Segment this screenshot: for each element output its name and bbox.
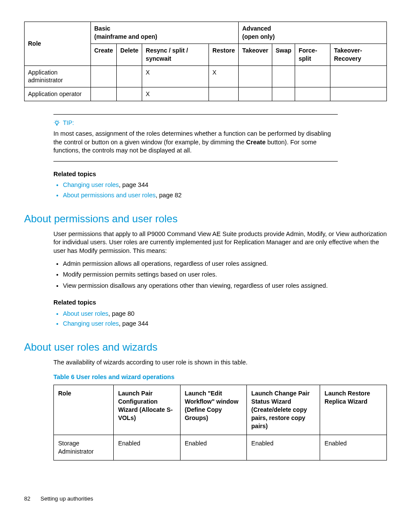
cell: Enabled (247, 435, 320, 460)
roles-wizards-table: Role Launch Pair Configuration Wizard (A… (53, 385, 387, 460)
table-row: Storage Administrator Enabled Enabled En… (54, 435, 387, 460)
col-restore: Restore (209, 44, 239, 65)
cell-role: Storage Administrator (54, 435, 114, 460)
list-item: Modify permission permits settings based… (63, 271, 387, 279)
cell (209, 87, 239, 101)
col-basic: Basic (mainframe and open) (90, 22, 239, 44)
section-heading-wizards: About user roles and wizards (24, 340, 387, 354)
tip-label-text: TIP: (63, 119, 74, 127)
related-topics-list: Changing user roles, page 344 About perm… (53, 181, 387, 199)
cell (330, 87, 387, 101)
svg-line-5 (58, 121, 59, 121)
cell: Enabled (114, 435, 181, 460)
col-takeover: Takeover (239, 44, 272, 65)
related-topics-heading: Related topics (53, 299, 387, 307)
svg-point-0 (56, 121, 59, 124)
list-item: About permissions and user roles, page 8… (63, 191, 387, 200)
cell (272, 87, 295, 101)
col-launch-restore: Launch Restore Replica Wizard (320, 385, 387, 435)
related-topics-list: About user roles, page 80 Changing user … (53, 310, 387, 328)
cell (90, 87, 117, 101)
cell (117, 65, 142, 87)
link-changing-user-roles[interactable]: Changing user roles (63, 181, 119, 188)
col-role: Role (25, 22, 91, 66)
related-topics-heading: Related topics (53, 170, 387, 179)
section-para: User permissions that apply to all P9000… (53, 230, 387, 255)
cell (295, 87, 330, 101)
section-para: The availability of wizards according to… (53, 358, 387, 367)
link-about-user-roles[interactable]: About user roles (63, 310, 109, 317)
col-launch-edit: Launch "Edit Workflow" window (Define Co… (180, 385, 247, 435)
lightbulb-icon (53, 120, 60, 127)
list-item: Changing user roles, page 344 (63, 320, 387, 328)
table-row: Application administrator X X (25, 65, 387, 87)
list-item: View permission disallows any operations… (63, 282, 387, 290)
footer-title: Setting up authorities (40, 495, 93, 502)
cell-role: Application administrator (25, 65, 91, 87)
col-delete: Delete (117, 44, 142, 65)
cell: Enabled (320, 435, 387, 460)
cell (239, 87, 272, 101)
cell: X (209, 65, 239, 87)
cell: X (142, 65, 209, 87)
list-item: Changing user roles, page 344 (63, 181, 387, 190)
link-changing-user-roles[interactable]: Changing user roles (63, 320, 119, 327)
cell (272, 65, 295, 87)
roles-operations-table: Role Basic (mainframe and open) Advanced… (24, 22, 387, 101)
cell: X (142, 87, 209, 101)
col-takeoverrec: Takeover-Recovery (330, 44, 387, 65)
cell (295, 65, 330, 87)
page-number: 82 (24, 495, 30, 502)
section-heading-permissions: About permissions and user roles (24, 212, 387, 226)
table-row: Application operator X (25, 87, 387, 101)
col-launch-pair: Launch Pair Configuration Wizard (Alloca… (114, 385, 181, 435)
list-item: Admin permission allows all operations, … (63, 260, 387, 268)
svg-line-4 (55, 121, 56, 121)
col-role: Role (54, 385, 114, 435)
col-launch-change: Launch Change Pair Status Wizard (Create… (247, 385, 320, 435)
cell (330, 65, 387, 87)
cell (117, 87, 142, 101)
cell: Enabled (180, 435, 247, 460)
cell (239, 65, 272, 87)
table-caption: Table 6 User roles and wizard operations (53, 373, 387, 382)
cell-role: Application operator (25, 87, 91, 101)
tip-label: TIP: (53, 119, 338, 127)
link-about-permissions[interactable]: About permissions and user roles (63, 192, 156, 199)
permissions-list: Admin permission allows all operations, … (53, 260, 387, 290)
col-swap: Swap (272, 44, 295, 65)
col-create: Create (90, 44, 117, 65)
col-advanced: Advanced (open only) (239, 22, 387, 44)
col-forcesplit: Force-split (295, 44, 330, 65)
tip-body: In most cases, assignment of the roles d… (53, 130, 338, 155)
col-resync: Resync / split / syncwait (142, 44, 209, 65)
list-item: About user roles, page 80 (63, 310, 387, 318)
page-footer: 82 Setting up authorities (24, 495, 387, 503)
cell (90, 65, 117, 87)
tip-box: TIP: In most cases, assignment of the ro… (53, 114, 338, 162)
